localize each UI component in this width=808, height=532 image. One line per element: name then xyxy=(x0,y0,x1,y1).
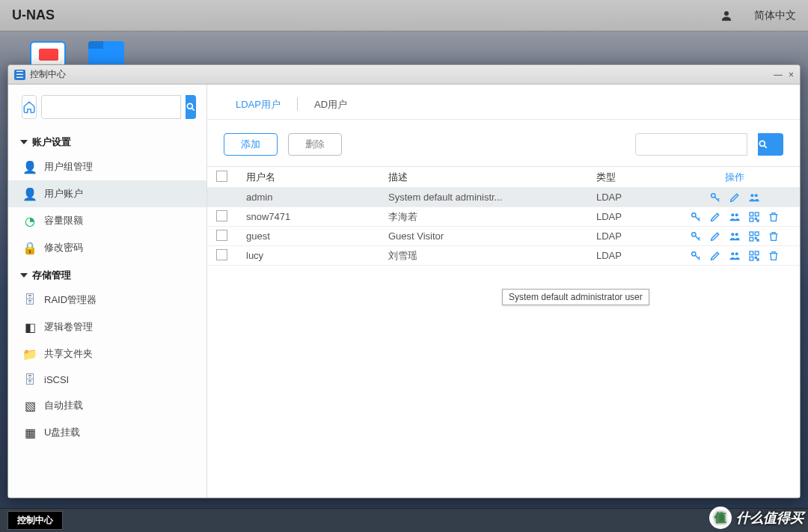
delete-icon[interactable] xyxy=(768,250,780,262)
sidebar-item-label: U盘挂载 xyxy=(44,426,80,439)
svg-point-8 xyxy=(735,213,738,216)
cell-desc: 刘雪瑶 xyxy=(388,249,596,263)
svg-rect-22 xyxy=(755,251,759,255)
qr-icon[interactable] xyxy=(748,230,760,242)
toolbar: 添加 删除 xyxy=(207,120,800,166)
table-row[interactable]: lucy刘雪瑶LDAP xyxy=(207,246,800,266)
delete-icon[interactable] xyxy=(768,211,780,223)
desktop-topbar: U-NAS 简体中文 xyxy=(0,0,808,31)
row-checkbox[interactable] xyxy=(216,230,227,241)
sidebar-item-label: 逻辑卷管理 xyxy=(44,320,93,334)
row-checkbox[interactable] xyxy=(216,249,227,260)
delete-icon[interactable] xyxy=(768,230,780,242)
user-search-button[interactable] xyxy=(758,133,783,156)
nav-icon: ◔ xyxy=(22,214,38,228)
user-search-input[interactable] xyxy=(635,133,747,156)
svg-rect-16 xyxy=(755,232,759,236)
table-row[interactable]: guestGuest VisitorLDAP xyxy=(207,227,800,246)
svg-point-0 xyxy=(724,11,729,16)
sidebar-group-header[interactable]: 账户设置 xyxy=(8,128,206,153)
svg-point-13 xyxy=(731,233,734,236)
caret-down-icon xyxy=(20,140,28,144)
nav-icon: 🗄 xyxy=(22,373,38,387)
edit-icon[interactable] xyxy=(729,192,741,204)
select-all-checkbox[interactable] xyxy=(216,171,227,182)
minimize-button[interactable]: — xyxy=(774,70,783,80)
col-ops: 操作 xyxy=(679,171,791,184)
sidebar-item[interactable]: ▦U盘挂载 xyxy=(8,419,206,446)
watermark: 值 什么值得买 xyxy=(709,507,804,529)
delete-button[interactable]: 删除 xyxy=(288,133,342,156)
svg-rect-9 xyxy=(750,213,753,216)
sidebar-item[interactable]: 🗄iSCSI xyxy=(8,367,206,392)
svg-point-20 xyxy=(735,252,738,255)
nav-icon: 📁 xyxy=(22,347,38,361)
group-icon[interactable] xyxy=(729,230,741,242)
sidebar-item-label: 修改密码 xyxy=(44,241,83,254)
col-name[interactable]: 用户名 xyxy=(246,171,388,184)
main-panel: LDAP用户AD用户 添加 删除 用户名 描述 类型 操作 adminSys xyxy=(207,85,800,498)
sidebar-search-button[interactable] xyxy=(186,95,196,119)
sidebar-item[interactable]: 👤用户组管理 xyxy=(8,153,206,180)
cell-desc: System default administr... xyxy=(388,192,596,203)
sidebar-item[interactable]: 📁共享文件夹 xyxy=(8,340,206,367)
svg-rect-10 xyxy=(755,213,759,216)
sidebar-group-header[interactable]: 存储管理 xyxy=(8,261,206,287)
nav-icon: 🗄 xyxy=(22,293,38,307)
sidebar: 账户设置👤用户组管理👤用户账户◔容量限额🔒修改密码存储管理🗄RAID管理器◧逻辑… xyxy=(8,85,207,498)
nav-icon: 👤 xyxy=(22,187,38,201)
sidebar-item[interactable]: ▧自动挂载 xyxy=(8,392,206,419)
group-icon[interactable] xyxy=(729,211,741,223)
tab[interactable]: LDAP用户 xyxy=(224,94,293,119)
svg-point-1 xyxy=(187,103,192,108)
svg-point-4 xyxy=(750,194,753,197)
table-row[interactable]: snow7471李海若LDAP xyxy=(207,207,800,227)
sidebar-item[interactable]: ◧逻辑卷管理 xyxy=(8,314,206,340)
cell-name: guest xyxy=(246,230,388,242)
svg-point-6 xyxy=(692,213,696,216)
group-icon[interactable] xyxy=(748,192,760,204)
edit-icon[interactable] xyxy=(709,230,721,242)
control-center-window: ☰ 控制中心 — × 账户设置👤用户组管理👤用户账户◔容量限额🔒修改密码存储管理… xyxy=(7,64,801,498)
user-icon[interactable] xyxy=(720,9,733,22)
window-titlebar[interactable]: ☰ 控制中心 — × xyxy=(8,65,800,85)
sidebar-item[interactable]: ◔容量限额 xyxy=(8,207,206,234)
sidebar-search-input[interactable] xyxy=(41,95,181,119)
table-header: 用户名 描述 类型 操作 xyxy=(207,167,800,188)
key-icon[interactable] xyxy=(709,192,721,204)
svg-point-12 xyxy=(692,232,696,236)
taskbar-button[interactable]: 控制中心 xyxy=(7,511,63,530)
key-icon[interactable] xyxy=(690,230,702,242)
table-row[interactable]: adminSystem default administr...LDAP xyxy=(207,188,800,207)
row-checkbox[interactable] xyxy=(216,210,227,221)
sidebar-item[interactable]: 👤用户账户 xyxy=(8,180,206,207)
sidebar-item[interactable]: 🗄RAID管理器 xyxy=(8,287,206,314)
svg-point-7 xyxy=(731,213,734,216)
sidebar-item[interactable]: 🔒修改密码 xyxy=(8,234,206,261)
caret-down-icon xyxy=(20,273,28,278)
window-icon: ☰ xyxy=(14,70,25,80)
cell-type: LDAP xyxy=(596,192,679,203)
language-selector[interactable]: 简体中文 xyxy=(754,9,796,22)
qr-icon[interactable] xyxy=(748,250,760,262)
nav-icon: ◧ xyxy=(22,320,38,334)
close-button[interactable]: × xyxy=(789,70,794,80)
col-type[interactable]: 类型 xyxy=(596,171,679,184)
group-icon[interactable] xyxy=(729,250,741,262)
key-icon[interactable] xyxy=(690,250,702,262)
nav-icon: 🔒 xyxy=(22,241,38,255)
svg-rect-23 xyxy=(750,257,753,260)
edit-icon[interactable] xyxy=(709,250,721,262)
edit-icon[interactable] xyxy=(709,211,721,223)
tab-bar: LDAP用户AD用户 xyxy=(207,85,800,120)
sidebar-item-label: 共享文件夹 xyxy=(44,347,93,361)
tab[interactable]: AD用户 xyxy=(302,94,359,119)
home-button[interactable] xyxy=(22,95,37,119)
cell-desc: 李海若 xyxy=(388,210,596,224)
cell-desc: Guest Visitor xyxy=(388,230,596,242)
qr-icon[interactable] xyxy=(748,211,760,223)
add-button[interactable]: 添加 xyxy=(224,133,278,156)
key-icon[interactable] xyxy=(690,211,702,223)
sidebar-item-label: 用户账户 xyxy=(44,187,83,201)
col-desc[interactable]: 描述 xyxy=(388,171,596,184)
